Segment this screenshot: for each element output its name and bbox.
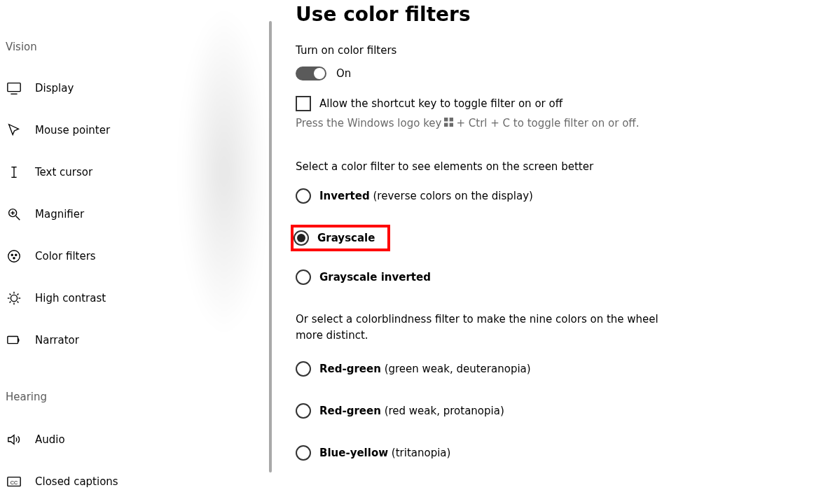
sidebar-item-label: Display — [35, 82, 74, 94]
radio-label: Inverted (reverse colors on the display) — [319, 190, 533, 202]
sidebar-item-label: Narrator — [35, 334, 79, 346]
audio-icon — [6, 431, 22, 448]
sidebar-item-label: Closed captions — [35, 475, 118, 488]
shortcut-checkbox[interactable] — [296, 96, 311, 111]
shortcut-hint-text-a: Press the Windows logo key — [296, 117, 441, 130]
radio-blue-yellow-tritanopia[interactable]: Blue-yellow (tritanopia) — [296, 445, 807, 461]
radio-button[interactable] — [296, 403, 311, 419]
shortcut-checkbox-row: Allow the shortcut key to toggle filter … — [296, 96, 807, 111]
sidebar-item-text-cursor[interactable]: Text cursor — [0, 151, 273, 193]
sidebar-item-label: Mouse pointer — [35, 124, 110, 136]
settings-sidebar: Vision Display Mouse pointer Text cursor… — [0, 0, 273, 504]
svg-point-11 — [15, 254, 17, 255]
sidebar-item-display[interactable]: Display — [0, 67, 273, 109]
shortcut-hint: Press the Windows logo key + Ctrl + C to… — [296, 117, 807, 130]
closed-captions-icon: CC — [6, 473, 22, 490]
svg-marker-23 — [8, 435, 14, 444]
svg-point-12 — [13, 258, 15, 259]
high-contrast-icon — [6, 290, 22, 307]
color-filters-toggle-row: On — [296, 66, 807, 80]
svg-point-10 — [11, 254, 13, 255]
radio-inverted[interactable]: Inverted (reverse colors on the display) — [296, 188, 807, 204]
svg-rect-22 — [8, 337, 18, 344]
sidebar-item-label: Magnifier — [35, 208, 84, 220]
color-filters-toggle[interactable] — [296, 66, 326, 80]
svg-line-21 — [18, 294, 19, 295]
colorblind-radio-group: Red-green (green weak, deuteranopia) Red… — [296, 361, 807, 461]
display-icon — [6, 80, 22, 97]
svg-point-9 — [8, 251, 20, 262]
page-title: Use color filters — [296, 3, 807, 26]
sidebar-item-label: Audio — [35, 433, 65, 446]
radio-button[interactable] — [294, 230, 309, 246]
color-filters-icon — [6, 248, 22, 265]
sidebar-item-label: High contrast — [35, 292, 106, 304]
radio-grayscale-inverted[interactable]: Grayscale inverted — [296, 270, 807, 285]
sidebar-item-mouse-pointer[interactable]: Mouse pointer — [0, 109, 273, 151]
sidebar-item-color-filters[interactable]: Color filters — [0, 235, 273, 277]
radio-label: Grayscale — [317, 232, 375, 244]
radio-label: Red-green (green weak, deuteranopia) — [319, 363, 531, 375]
radio-label: Blue-yellow (tritanopia) — [319, 447, 450, 459]
select-filter-heading: Select a color filter to see elements on… — [296, 160, 807, 173]
toggle-state-label: On — [336, 67, 351, 80]
svg-line-19 — [18, 302, 19, 303]
radio-red-green-protanopia[interactable]: Red-green (red weak, protanopia) — [296, 403, 807, 419]
svg-rect-26 — [444, 118, 448, 121]
sidebar-item-label: Color filters — [35, 250, 96, 262]
text-cursor-icon — [6, 164, 22, 181]
sidebar-item-audio[interactable]: Audio — [0, 419, 273, 461]
sidebar-item-label: Text cursor — [35, 166, 92, 178]
svg-rect-0 — [8, 83, 20, 92]
svg-line-18 — [10, 294, 11, 295]
sidebar-item-magnifier[interactable]: Magnifier — [0, 193, 273, 235]
mouse-pointer-icon — [6, 122, 22, 139]
sidebar-hearing-list: Audio CC Closed captions — [0, 419, 273, 503]
colorblind-filter-heading: Or select a colorblindness filter to mak… — [296, 312, 674, 343]
svg-rect-27 — [450, 118, 453, 121]
color-filter-radio-group: Inverted (reverse colors on the display)… — [296, 188, 807, 285]
settings-main-panel: Use color filters Turn on color filters … — [296, 0, 807, 504]
narrator-icon — [6, 332, 22, 349]
svg-rect-29 — [450, 123, 453, 127]
radio-button[interactable] — [296, 188, 311, 204]
shortcut-hint-text-b: + Ctrl + C to toggle filter on or off. — [456, 117, 639, 130]
sidebar-item-closed-captions[interactable]: CC Closed captions — [0, 461, 273, 503]
magnifier-icon — [6, 206, 22, 223]
sidebar-section-hearing: Hearing — [0, 391, 47, 403]
svg-rect-28 — [444, 123, 448, 127]
radio-button[interactable] — [296, 361, 311, 377]
sidebar-item-high-contrast[interactable]: High contrast — [0, 277, 273, 319]
shortcut-checkbox-label: Allow the shortcut key to toggle filter … — [319, 97, 563, 110]
radio-label: Grayscale inverted — [319, 271, 431, 284]
sidebar-section-vision: Vision — [0, 41, 37, 53]
radio-button[interactable] — [296, 445, 311, 461]
turn-on-label: Turn on color filters — [296, 44, 807, 57]
svg-text:CC: CC — [11, 479, 18, 486]
svg-line-6 — [16, 216, 20, 220]
windows-logo-icon — [444, 118, 453, 129]
sidebar-item-narrator[interactable]: Narrator — [0, 319, 273, 361]
radio-label: Red-green (red weak, protanopia) — [319, 405, 504, 417]
radio-red-green-deuteranopia[interactable]: Red-green (green weak, deuteranopia) — [296, 361, 807, 377]
radio-grayscale[interactable]: Grayscale — [294, 227, 387, 248]
sidebar-vision-list: Display Mouse pointer Text cursor Magnif… — [0, 67, 273, 361]
svg-point-13 — [11, 295, 17, 301]
radio-button[interactable] — [296, 270, 311, 285]
svg-line-20 — [10, 302, 11, 303]
toggle-knob — [314, 68, 325, 79]
